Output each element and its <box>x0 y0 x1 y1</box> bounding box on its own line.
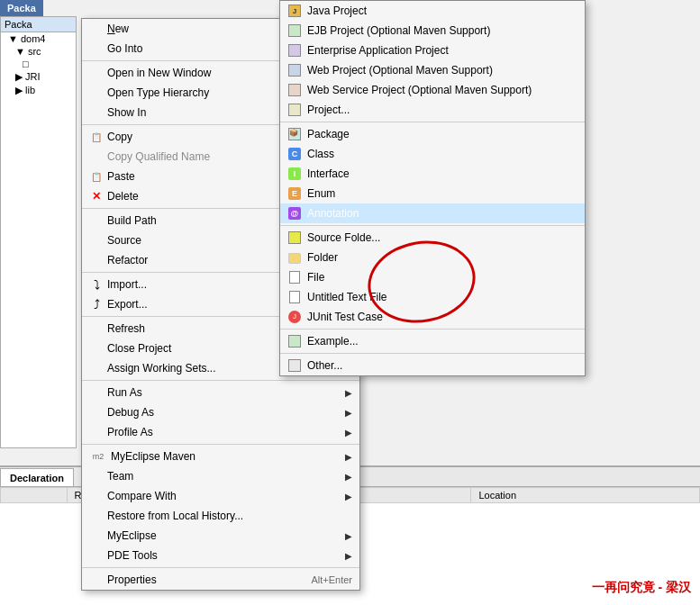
copy-icon <box>89 130 104 144</box>
project-icon <box>287 103 302 117</box>
menu-item-copy-label: Copy <box>107 131 306 143</box>
other-icon <box>287 358 302 373</box>
tree-item-leaf[interactable]: □ <box>1 58 76 70</box>
watermark-text: 一再问究竟 - 梁汉 <box>592 580 691 594</box>
menu-item-team[interactable]: Team ▶ <box>82 466 359 486</box>
menu-item-myeclipse-maven-label: MyEclipse Maven <box>111 450 341 463</box>
go-into-icon <box>89 41 104 56</box>
submenu-project[interactable]: Project... <box>280 100 585 120</box>
sidebar-header-label: Packa <box>5 19 32 30</box>
copy-qualified-icon <box>89 149 104 164</box>
textfile-icon <box>287 290 302 304</box>
menu-item-myeclipse-label: MyEclipse <box>107 529 341 542</box>
class-icon: C <box>287 147 302 161</box>
menu-item-run-as-label: Run As <box>107 386 341 399</box>
pde-tools-arrow: ▶ <box>345 551 352 561</box>
menu-item-pde-tools[interactable]: PDE Tools ▶ <box>82 546 359 565</box>
panel-title: Packa <box>0 0 43 16</box>
tree-item-dom4[interactable]: ▼ dom4 <box>1 32 76 45</box>
watermark: 一再问究竟 - 梁汉 <box>592 580 691 596</box>
submenu-webservice-project[interactable]: Web Service Project (Optional Maven Supp… <box>280 80 585 100</box>
panel-title-text: Packa <box>7 3 36 14</box>
enterprise-app-icon <box>287 43 302 58</box>
submenu-enum[interactable]: E Enum <box>280 184 585 203</box>
sidebar-panel: Packa ▼ dom4 ▼ src □ ▶ JRI ▶ lib <box>0 16 77 448</box>
submenu-example[interactable]: Example... <box>280 331 585 351</box>
submenu-annotation-label: Annotation <box>307 207 577 220</box>
menu-item-debug-as[interactable]: Debug As ▶ <box>82 402 359 422</box>
myeclipse-maven-icon: m2 <box>89 449 107 464</box>
submenu-untitled-text-label: Untitled Text File <box>307 291 577 303</box>
submenu-sep3 <box>280 329 585 330</box>
menu-item-profile-as[interactable]: Profile As ▶ <box>82 422 359 442</box>
submenu-file-label: File <box>307 271 577 284</box>
new-icon <box>89 22 104 36</box>
menu-item-restore-local-label: Restore from Local History... <box>107 510 352 522</box>
submenu-java-project[interactable]: J Java Project <box>280 1 585 21</box>
open-type-icon <box>89 86 104 100</box>
annotation-icon: @ <box>287 206 302 221</box>
submenu-class[interactable]: C Class <box>280 144 585 164</box>
submenu-sep4 <box>280 353 585 354</box>
menu-item-run-as[interactable]: Run As ▶ <box>82 383 359 402</box>
enum-icon: E <box>287 186 302 201</box>
profile-as-icon <box>89 425 104 439</box>
tab-declaration[interactable]: Declaration <box>0 468 74 486</box>
submenu-folder[interactable]: Folder <box>280 248 585 267</box>
col-header-empty <box>1 488 68 503</box>
submenu-interface[interactable]: I Interface <box>280 164 585 184</box>
menu-item-restore-local[interactable]: Restore from Local History... <box>82 506 359 526</box>
team-icon <box>89 469 104 483</box>
submenu-java-project-label: Java Project <box>307 5 577 17</box>
myeclipse-icon <box>89 528 104 543</box>
build-path-icon <box>89 213 104 228</box>
tree-item-src[interactable]: ▼ src <box>1 45 76 58</box>
menu-item-pde-tools-label: PDE Tools <box>107 549 341 562</box>
menu-item-source-label: Source <box>107 234 274 247</box>
file-icon <box>287 270 302 284</box>
close-project-icon <box>89 341 104 356</box>
example-icon <box>287 334 302 348</box>
menu-item-properties[interactable]: Properties Alt+Enter <box>82 570 359 590</box>
package-icon: 📦 <box>287 127 302 141</box>
menu-item-myeclipse-maven[interactable]: m2 MyEclipse Maven ▶ <box>82 447 359 466</box>
team-arrow: ▶ <box>345 472 352 482</box>
compare-with-icon <box>89 489 104 503</box>
submenu-file[interactable]: File <box>280 267 585 287</box>
run-as-arrow: ▶ <box>345 388 352 398</box>
refresh-icon <box>89 321 104 336</box>
properties-icon <box>89 573 104 587</box>
submenu-new: J Java Project EJB Project (Optional Mav… <box>279 0 586 376</box>
submenu-ejb-project[interactable]: EJB Project (Optional Maven Support) <box>280 21 585 41</box>
submenu-untitled-text[interactable]: Untitled Text File <box>280 287 585 307</box>
submenu-web-project[interactable]: Web Project (Optional Maven Support) <box>280 60 585 80</box>
menu-item-refactor-label: Refactor <box>107 254 275 266</box>
submenu-example-label: Example... <box>307 335 577 348</box>
submenu-source-folder[interactable]: Source Folde... <box>280 228 585 248</box>
assign-working-sets-icon <box>89 361 104 375</box>
submenu-web-project-label: Web Project (Optional Maven Support) <box>307 64 577 77</box>
import-icon: ⤵ <box>89 277 104 292</box>
ejb-project-icon <box>287 23 302 38</box>
tab-declaration-label: Declaration <box>10 473 64 483</box>
menu-item-compare-with[interactable]: Compare With ▶ <box>82 486 359 506</box>
submenu-project-label: Project... <box>307 104 577 116</box>
submenu-interface-label: Interface <box>307 167 577 180</box>
debug-as-arrow: ▶ <box>345 408 352 418</box>
sidebar-header: Packa <box>1 17 76 32</box>
submenu-annotation[interactable]: @ Annotation <box>280 203 585 223</box>
tree-item-jri[interactable]: ▶ JRI <box>1 70 76 84</box>
menu-item-myeclipse[interactable]: MyEclipse ▶ <box>82 526 359 546</box>
col-header-location: Location <box>471 488 700 503</box>
profile-as-arrow: ▶ <box>345 428 352 438</box>
submenu-package[interactable]: 📦 Package <box>280 124 585 144</box>
folder-icon <box>287 250 302 265</box>
submenu-junit-test[interactable]: J JUnit Test Case <box>280 307 585 327</box>
tree-item-lib[interactable]: ▶ lib <box>1 84 76 97</box>
submenu-folder-label: Folder <box>307 251 577 264</box>
debug-as-icon <box>89 405 104 420</box>
submenu-junit-test-label: JUnit Test Case <box>307 311 577 323</box>
open-window-icon <box>89 66 104 80</box>
submenu-other[interactable]: Other... <box>280 356 585 375</box>
submenu-enterprise-app[interactable]: Enterprise Application Project <box>280 41 585 60</box>
